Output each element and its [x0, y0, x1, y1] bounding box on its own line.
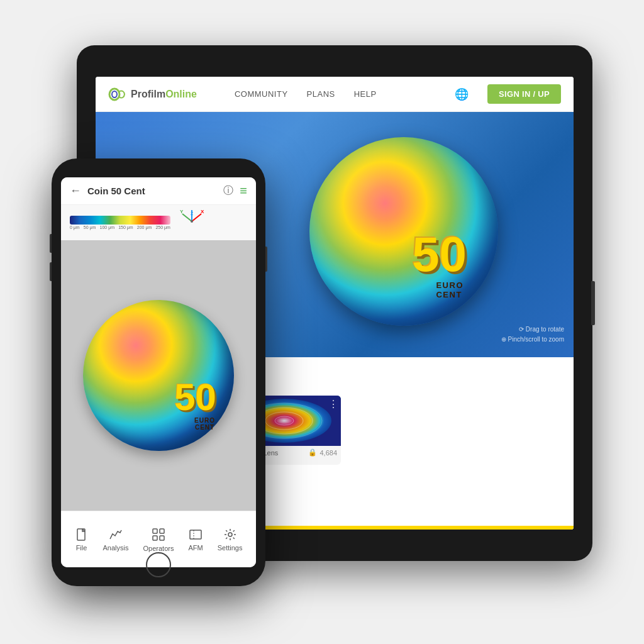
svg-text:X: X	[201, 209, 204, 214]
afm-icon	[189, 528, 203, 541]
nav-help[interactable]: HELP	[354, 89, 377, 99]
phone-vol-down	[50, 262, 52, 281]
settings-icon	[223, 528, 237, 541]
phone-tab-settings-label: Settings	[218, 544, 243, 552]
logo-text: ProfilmOnline	[131, 89, 197, 100]
phone-coin-number: 50	[174, 379, 216, 416]
svg-rect-17	[153, 529, 157, 533]
phone-tab-file[interactable]: File	[69, 524, 95, 555]
phone-back-button[interactable]: ←	[70, 184, 81, 197]
svg-point-1	[112, 91, 117, 97]
phone-tab-analysis-label: Analysis	[103, 544, 129, 552]
phone-device: ← Coin 50 Cent ⓘ ≡ 0 μm 50 μm 100 μm 150…	[52, 158, 265, 586]
phone-info-icon[interactable]: ⓘ	[223, 184, 233, 197]
hero-coin-number: 50	[412, 230, 467, 279]
coin-highlight	[309, 137, 498, 326]
svg-point-23	[228, 533, 232, 536]
color-spectrum	[70, 216, 170, 225]
tablet-button-right	[591, 281, 595, 325]
axis-indicator: X Y Z	[179, 209, 204, 236]
phone-tab-operators-label: Operators	[143, 545, 174, 552]
svg-text:Y: Y	[180, 209, 184, 214]
svg-rect-19	[153, 536, 157, 540]
svg-rect-18	[160, 529, 164, 533]
hero-coin-text: EUROCENT	[436, 280, 464, 299]
phone-tab-file-label: File	[76, 544, 87, 552]
phone-title: Coin 50 Cent	[87, 186, 217, 196]
phone-3d-view: 50 EUROCENT	[61, 240, 256, 511]
phone-coin: 50 EUROCENT	[83, 300, 234, 451]
phone-home-button[interactable]	[146, 552, 171, 577]
phone-color-bar: 0 μm 50 μm 100 μm 150 μm 200 μm 250 μm X	[61, 205, 256, 240]
nav-plans[interactable]: PLANS	[307, 89, 335, 99]
phone-tab-analysis[interactable]: Analysis	[97, 524, 135, 555]
phone-tab-settings[interactable]: Settings	[211, 524, 249, 555]
phone-tab-afm-label: AFM	[188, 544, 203, 552]
phone-vol-up	[50, 234, 52, 253]
globe-icon[interactable]: 🌐	[455, 87, 469, 101]
thumb-more-btn-2[interactable]: ⋮	[328, 398, 338, 410]
phone-tab-afm[interactable]: AFM	[182, 524, 209, 555]
svg-point-0	[109, 89, 119, 100]
phone-menu-icon[interactable]: ≡	[240, 184, 247, 198]
phone-navbar: ← Coin 50 Cent ⓘ ≡	[61, 177, 256, 205]
nav-links: COMMUNITY PLANS HELP	[235, 89, 377, 99]
phone-power-button	[265, 247, 267, 272]
hero-coin: 50 EUROCENT	[309, 137, 498, 326]
svg-text:Z: Z	[191, 211, 194, 216]
spectrum-labels: 0 μm 50 μm 100 μm 150 μm 200 μm 250 μm	[70, 225, 170, 230]
phone-screen: ← Coin 50 Cent ⓘ ≡ 0 μm 50 μm 100 μm 150…	[61, 177, 256, 567]
analysis-icon	[109, 528, 123, 541]
operators-icon	[151, 527, 166, 542]
logo[interactable]: ProfilmOnline	[108, 87, 197, 101]
svg-rect-21	[190, 530, 201, 539]
phone-coin-text: EUROCENT	[194, 417, 215, 431]
axis-svg: X Y Z	[179, 209, 204, 234]
signin-button[interactable]: SIGN IN / UP	[487, 84, 561, 104]
website-navbar: ProfilmOnline COMMUNITY PLANS HELP 🌐 SIG…	[96, 77, 574, 112]
drag-hint: ⟳ Drag to rotate ⊕ Pinch/scroll to zoom	[501, 325, 564, 345]
svg-point-15	[191, 220, 193, 223]
phone-tab-operators[interactable]: Operators	[137, 523, 180, 556]
scene: ProfilmOnline COMMUNITY PLANS HELP 🌐 SIG…	[14, 20, 630, 624]
file-icon	[75, 528, 89, 541]
logo-icon	[108, 87, 127, 101]
nav-community[interactable]: COMMUNITY	[235, 89, 288, 99]
svg-rect-20	[160, 536, 164, 540]
